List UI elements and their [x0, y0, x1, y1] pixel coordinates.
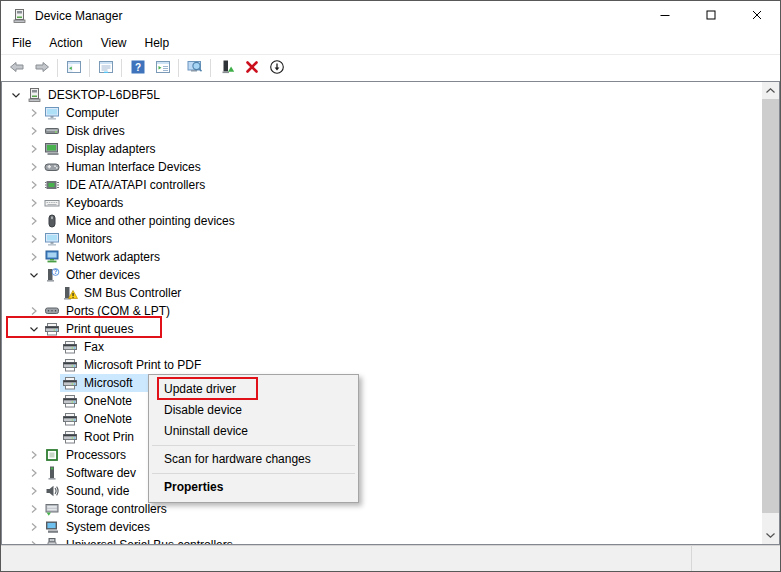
tree-item-desktop-l6dbf5l[interactable]: DESKTOP-L6DBF5L	[2, 86, 762, 104]
device-manager-icon	[11, 8, 27, 24]
toolbar-help-button[interactable]: ?	[125, 57, 150, 79]
tree-item-label: Software dev	[65, 466, 136, 480]
tree-item-label: Keyboards	[65, 196, 123, 210]
tree-item-label: Computer	[65, 106, 119, 120]
tree-item-label: OneNote	[83, 394, 132, 408]
monitor-icon	[44, 231, 60, 247]
scrollbar-down-arrow-icon[interactable]	[762, 527, 779, 544]
toolbar-scan-for-hardware-changes-button[interactable]	[182, 57, 207, 79]
context-menu-separator	[152, 445, 355, 446]
toolbar-update-driver-button[interactable]	[214, 57, 239, 79]
tree-item-processors[interactable]: Processors	[2, 446, 762, 464]
scan-for-hardware-changes-menu-item[interactable]: Scan for hardware changes	[151, 449, 356, 470]
menubar-item-file[interactable]: File	[3, 33, 40, 53]
toolbar-disable-device-button[interactable]	[264, 57, 289, 79]
toolbar-uninstall-device-button[interactable]	[239, 57, 264, 79]
menubar-item-help[interactable]: Help	[136, 33, 179, 53]
chevron-collapsed-icon[interactable]	[26, 177, 42, 193]
computer-icon	[26, 87, 42, 103]
tree-item-print-queues[interactable]: Print queues	[2, 320, 762, 338]
tree-item-system-devices[interactable]: System devices	[2, 518, 762, 536]
tree-indent-spacer	[44, 375, 60, 391]
toolbar-separator	[210, 59, 211, 77]
tree-item-other-devices[interactable]: ?Other devices	[2, 266, 762, 284]
tree-item-label: Storage controllers	[65, 502, 167, 516]
tree-item-sm-bus-controller[interactable]: SM Bus Controller	[2, 284, 762, 302]
chevron-collapsed-icon[interactable]	[26, 537, 42, 544]
tree-item-disk-drives[interactable]: Disk drives	[2, 122, 762, 140]
close-button[interactable]	[734, 1, 780, 31]
chevron-expanded-icon[interactable]	[8, 87, 24, 103]
tree-item-display-adapters[interactable]: Display adapters	[2, 140, 762, 158]
processor-icon	[44, 447, 60, 463]
tree-item-onenote[interactable]: OneNote	[2, 392, 762, 410]
console-tree-icon	[66, 59, 82, 78]
tree-item-ports-com-lpt[interactable]: Ports (COM & LPT)	[2, 302, 762, 320]
chevron-collapsed-icon[interactable]	[26, 159, 42, 175]
tree-item-computer[interactable]: Computer	[2, 104, 762, 122]
toolbar-properties-button[interactable]	[93, 57, 118, 79]
chevron-collapsed-icon[interactable]	[26, 447, 42, 463]
tree-indent-spacer	[44, 411, 60, 427]
chevron-expanded-icon[interactable]	[26, 321, 42, 337]
gamepad-icon	[44, 159, 60, 175]
chevron-collapsed-icon[interactable]	[26, 105, 42, 121]
close-icon	[752, 9, 762, 23]
tree-item-network-adapters[interactable]: Network adapters	[2, 248, 762, 266]
tree-item-storage-controllers[interactable]: Storage controllers	[2, 500, 762, 518]
chevron-collapsed-icon[interactable]	[26, 123, 42, 139]
minimize-button[interactable]	[642, 1, 688, 31]
properties-menu-item[interactable]: Properties	[151, 477, 356, 498]
tree-item-mice-and-other-pointing-devices[interactable]: Mice and other pointing devices	[2, 212, 762, 230]
tree-item-label: OneNote	[83, 412, 132, 426]
chevron-collapsed-icon[interactable]	[26, 483, 42, 499]
tree-item-onenote[interactable]: OneNote	[2, 410, 762, 428]
tree-item-universal-serial-bus-controllers[interactable]: Universal Serial Bus controllers	[2, 536, 762, 544]
chevron-collapsed-icon[interactable]	[26, 303, 42, 319]
chevron-collapsed-icon[interactable]	[26, 213, 42, 229]
toolbar-show-console-tree-button[interactable]	[61, 57, 86, 79]
tree-item-label: Sound, vide	[65, 484, 129, 498]
menu-bar: FileActionViewHelp	[1, 31, 780, 55]
tree-item-human-interface-devices[interactable]: Human Interface Devices	[2, 158, 762, 176]
tree-item-software-dev[interactable]: Software dev	[2, 464, 762, 482]
maximize-button[interactable]	[688, 1, 734, 31]
chevron-expanded-icon[interactable]	[26, 267, 42, 283]
chevron-collapsed-icon[interactable]	[26, 519, 42, 535]
tree-item-monitors[interactable]: Monitors	[2, 230, 762, 248]
menubar-item-action[interactable]: Action	[40, 33, 91, 53]
chip-icon	[44, 177, 60, 193]
chevron-collapsed-icon[interactable]	[26, 465, 42, 481]
printer-icon	[62, 339, 78, 355]
tree-item-microsoft[interactable]: Microsoft	[2, 374, 762, 392]
tree-item-ide-ata-atapi-controllers[interactable]: IDE ATA/ATAPI controllers	[2, 176, 762, 194]
tree-item-root-prin[interactable]: Root Prin	[2, 428, 762, 446]
uninstall-device-menu-item[interactable]: Uninstall device	[151, 421, 356, 442]
tree-item-keyboards[interactable]: Keyboards	[2, 194, 762, 212]
printer-icon	[62, 411, 78, 427]
tree-item-sound-vide[interactable]: Sound, vide	[2, 482, 762, 500]
tree-item-label: Universal Serial Bus controllers	[65, 538, 233, 544]
chevron-collapsed-icon[interactable]	[26, 231, 42, 247]
tree-item-fax[interactable]: Fax	[2, 338, 762, 356]
update-driver-menu-item[interactable]: Update driver	[151, 379, 356, 400]
disable-device-menu-item[interactable]: Disable device	[151, 400, 356, 421]
chevron-collapsed-icon[interactable]	[26, 501, 42, 517]
chevron-collapsed-icon[interactable]	[26, 195, 42, 211]
vertical-scrollbar[interactable]	[762, 82, 779, 544]
tree-item-label: IDE ATA/ATAPI controllers	[65, 178, 205, 192]
scrollbar-thumb[interactable]	[762, 99, 779, 513]
toolbar-back-button[interactable]	[4, 57, 29, 79]
disk-drive-icon	[44, 123, 60, 139]
forward-icon	[34, 59, 50, 78]
scrollbar-up-arrow-icon[interactable]	[762, 82, 779, 99]
tree-item-microsoft-print-to-pdf[interactable]: Microsoft Print to PDF	[2, 356, 762, 374]
chevron-collapsed-icon[interactable]	[26, 249, 42, 265]
toolbar-separator	[89, 59, 90, 77]
back-icon	[9, 59, 25, 78]
toolbar-forward-button[interactable]	[29, 57, 54, 79]
system-device-icon	[44, 519, 60, 535]
chevron-collapsed-icon[interactable]	[26, 141, 42, 157]
menubar-item-view[interactable]: View	[92, 33, 136, 53]
toolbar-show-action-pane-button[interactable]	[150, 57, 175, 79]
